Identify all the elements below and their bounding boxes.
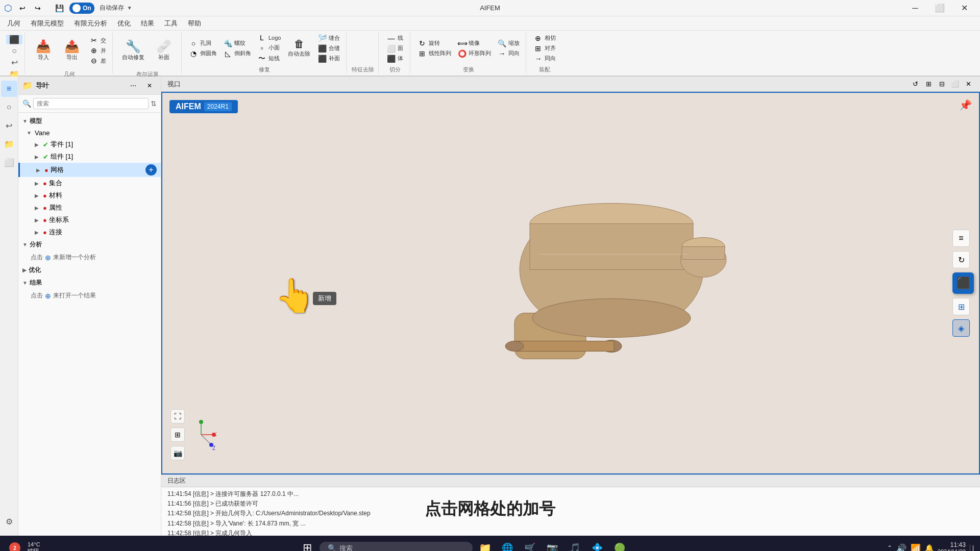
sidebar-collapse-btn[interactable]: ⋯ <box>126 79 140 93</box>
menu-results[interactable]: 结果 <box>136 17 159 30</box>
analysis-add-link[interactable]: 点击 ⊕ 来新增一个分析 <box>18 251 161 264</box>
tree-analysis-section[interactable]: ▼ 分析 <box>18 238 161 251</box>
sidebar-icon-tree[interactable]: ≡ <box>1 81 17 97</box>
ribbon-body-split[interactable]: ⬛ 体 <box>384 54 405 63</box>
tray-battery[interactable]: 🔔 <box>925 544 934 551</box>
tree-model-section[interactable]: ▼ 模型 <box>18 115 161 128</box>
taskbar-icon-files[interactable]: 📁 <box>475 538 495 551</box>
tree-item-connections[interactable]: ▶ ● 连接 <box>18 226 161 238</box>
ribbon-rotate[interactable]: ↻ 旋转 <box>415 39 453 48</box>
nav-fit-btn[interactable]: ⛶ <box>170 409 185 423</box>
minimize-button[interactable]: ─ <box>903 0 927 16</box>
tree-item-vane[interactable]: ▼ Vane <box>18 128 161 138</box>
rp-view-btn[interactable]: ◈ <box>952 319 970 337</box>
rp-3d-cube-btn[interactable]: ⬛ <box>952 272 974 294</box>
results-open-link[interactable]: 点击 ⊕ 来打开一个结果 <box>18 289 161 302</box>
sidebar-icon-search[interactable]: ○ <box>1 99 17 115</box>
ribbon-logo[interactable]: L Logo <box>255 33 283 42</box>
vp-maximize-btn[interactable]: ⬜ <box>949 79 961 90</box>
save-button[interactable]: 💾 <box>52 1 66 15</box>
tree-item-mesh[interactable]: ▶ ● 网格 + <box>18 163 161 177</box>
tree-item-groups[interactable]: ▶ ✔ 组件 [1] <box>18 151 161 163</box>
ribbon-stitch[interactable]: 🪡 缝合 <box>315 34 342 43</box>
vp-close-btn[interactable]: ✕ <box>963 79 974 90</box>
sidebar-close-btn[interactable]: ✕ <box>142 79 157 93</box>
ribbon-line-split[interactable]: — 线 <box>384 34 405 43</box>
taskbar-icon-camera[interactable]: 📷 <box>542 538 562 551</box>
viewport-3d[interactable]: AIFEM 2024R1 📌 <box>161 92 980 474</box>
vp-split-h-btn[interactable]: ⊟ <box>936 79 947 90</box>
ribbon-diff[interactable]: ⊖ 差 <box>87 56 108 65</box>
vp-split-v-btn[interactable]: ⊞ <box>923 79 934 90</box>
taskbar-icon-app2[interactable]: 🟢 <box>609 538 630 551</box>
ribbon-screw[interactable]: 🔩 螺纹 <box>221 39 253 48</box>
pin-icon[interactable]: 📌 <box>959 99 972 111</box>
search-input[interactable] <box>33 98 149 109</box>
sidebar-icon-layers[interactable]: ↩ <box>1 117 17 134</box>
nav-capture-btn[interactable]: 📷 <box>170 446 185 460</box>
ribbon-short-edge[interactable]: 〜 短线 <box>255 54 283 64</box>
maximize-button[interactable]: ⬜ <box>928 0 951 16</box>
rp-wire-btn[interactable]: ⊞ <box>952 298 970 315</box>
ribbon-mirror[interactable]: ⟺ 镜像 <box>455 39 493 48</box>
sidebar-icon-folder[interactable]: 📁 <box>1 136 17 152</box>
ribbon-same-dir[interactable]: → 同向 <box>495 49 522 58</box>
dropdown-arrow[interactable]: ▼ <box>127 5 132 11</box>
ribbon-small-face[interactable]: ▫ 小面 <box>255 43 283 53</box>
ribbon-codir[interactable]: → 同向 <box>531 54 558 63</box>
sidebar-icon-misc2[interactable]: ⚙ <box>1 513 17 530</box>
ribbon-fill[interactable]: ⬛ 补面 <box>315 54 342 63</box>
tree-item-properties[interactable]: ▶ ● 属性 <box>18 202 161 214</box>
tray-volume[interactable]: 📶 <box>911 543 921 552</box>
ribbon-intersect[interactable]: ✂ 交 <box>87 36 108 45</box>
clock-display[interactable]: 11:43 2024/11/22 <box>938 541 966 551</box>
ribbon-circular-array[interactable]: ⭕ 环形阵列 <box>455 49 493 58</box>
menu-fem-model[interactable]: 有限元模型 <box>26 17 69 30</box>
redo-button[interactable]: ↪ <box>31 1 45 15</box>
autosave-toggle[interactable]: On <box>69 3 94 14</box>
ribbon-array[interactable]: ⊞ 线性阵列 <box>415 49 453 58</box>
tree-item-coords[interactable]: ▶ ● 坐标系 <box>18 214 161 226</box>
sidebar-icon-misc1[interactable]: ⬜ <box>1 154 17 170</box>
rp-refresh-btn[interactable]: ↻ <box>952 251 970 268</box>
ribbon-hole[interactable]: ○ 孔洞 <box>187 39 219 48</box>
ribbon-merge[interactable]: ⬛ 合缝 <box>315 44 342 53</box>
vp-refresh-btn[interactable]: ↺ <box>910 79 921 90</box>
sort-button[interactable]: ⇅ <box>151 99 157 108</box>
ribbon-fillet[interactable]: ◔ 倒圆角 <box>187 49 219 58</box>
mesh-add-btn[interactable]: + <box>145 164 157 176</box>
ribbon-scale[interactable]: 🔍 缩放 <box>495 39 522 48</box>
taskbar-icon-music[interactable]: 🎵 <box>565 538 585 551</box>
ribbon-align[interactable]: ⊞ 对齐 <box>531 44 558 53</box>
undo-button[interactable]: ↩ <box>15 1 30 15</box>
ribbon-tangent[interactable]: ⊕ 相切 <box>531 34 558 43</box>
menu-geometry[interactable]: 几何 <box>2 17 26 30</box>
panel-icon-geometry[interactable]: ⬛ <box>6 35 22 44</box>
taskbar-search-input[interactable] <box>339 544 464 552</box>
ribbon-import[interactable]: 📥 导入 <box>30 33 57 68</box>
taskbar-search-bar[interactable]: 🔍 <box>320 542 473 551</box>
ribbon-autofix[interactable]: 🔧 自动修复 <box>118 33 149 68</box>
tray-network[interactable]: 🔊 <box>896 543 906 552</box>
rp-lines-btn[interactable]: ≡ <box>952 230 970 247</box>
menu-tools[interactable]: 工具 <box>159 17 183 30</box>
start-button[interactable]: ⊞ <box>297 538 317 551</box>
ribbon-face-split[interactable]: ⬜ 面 <box>384 44 405 53</box>
close-button[interactable]: ✕ <box>952 0 976 16</box>
taskbar-icon-store[interactable]: 🛒 <box>520 538 540 551</box>
panel-icon-2[interactable]: ○ <box>6 46 22 56</box>
panel-icon-3[interactable]: ↩ <box>6 58 22 67</box>
tree-optimization-section[interactable]: ▶ 优化 <box>18 264 161 277</box>
tree-item-parts[interactable]: ▶ ✔ 零件 [1] <box>18 138 161 151</box>
tray-show-desktop[interactable]: | <box>970 544 974 551</box>
menu-fem-analysis[interactable]: 有限元分析 <box>69 17 112 30</box>
tree-results-section[interactable]: ▼ 结果 <box>18 277 161 289</box>
tray-arrow[interactable]: ⌃ <box>887 544 892 551</box>
ribbon-export[interactable]: 📤 导出 <box>59 33 85 68</box>
menu-help[interactable]: 帮助 <box>183 17 206 30</box>
taskbar-icon-browser[interactable]: 🌐 <box>497 538 518 551</box>
tree-item-materials[interactable]: ▶ ● 材料 <box>18 189 161 202</box>
ribbon-union[interactable]: ⊕ 并 <box>87 46 108 55</box>
ribbon-auto-remove[interactable]: 🗑 自动去除 <box>285 38 313 59</box>
taskbar-icon-app1[interactable]: 💠 <box>587 538 607 551</box>
